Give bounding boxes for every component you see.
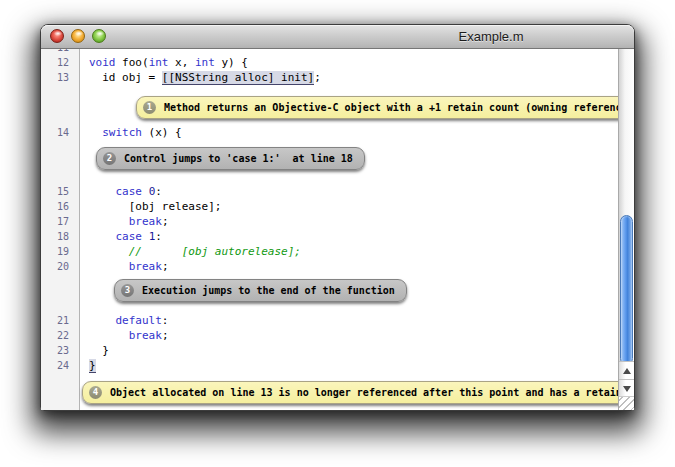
code-line: 19 // [obj autorelease]; — [41, 244, 618, 259]
analyzer-note-row: 3Execution jumps to the end of the funct… — [41, 276, 618, 305]
code-text: break; — [79, 214, 169, 229]
scrollbar-thumb[interactable] — [620, 215, 633, 365]
note-text: Method returns an Objective-C object wit… — [164, 102, 618, 114]
line-number: 12 — [41, 55, 79, 70]
analyzer-note-row: 1Method returns an Objective-C object wi… — [41, 93, 618, 122]
line-number: 20 — [41, 259, 79, 274]
zoom-button-icon[interactable] — [92, 29, 106, 43]
line-number: 13 — [41, 70, 79, 85]
line-number: 18 — [41, 229, 79, 244]
code-line: 24} — [41, 358, 618, 373]
scrollbar-buttons — [619, 361, 634, 397]
analyzer-note[interactable]: 2Control jumps to 'case 1:' at line 18 — [96, 147, 365, 170]
code-text: [obj release]; — [79, 199, 221, 214]
vertical-scrollbar[interactable] — [618, 49, 634, 410]
code-line: 12void foo(int x, int y) { — [41, 55, 618, 70]
scroll-down-button[interactable] — [619, 379, 634, 397]
code-text: // [obj autorelease]; — [79, 244, 301, 259]
titlebar[interactable]: Example.m — [41, 25, 634, 49]
line-number: 15 — [41, 184, 79, 199]
code-text: case 1: — [79, 229, 162, 244]
resize-grip[interactable] — [619, 396, 634, 410]
code-text: case 0: — [79, 184, 162, 199]
window-controls — [50, 29, 106, 43]
code-text: } — [79, 358, 96, 373]
analyzer-note-row: 4Object allocated on line 13 is no longe… — [41, 378, 618, 407]
code-text: break; — [79, 328, 169, 343]
note-badge: 2 — [103, 152, 116, 165]
code-text: void foo(int x, int y) { — [79, 55, 248, 70]
line-number: 21 — [41, 313, 79, 328]
close-button-icon[interactable] — [50, 29, 64, 43]
code-line: 21 default: — [41, 313, 618, 328]
code-line: 13 id obj = [[NSString alloc] init]; — [41, 70, 618, 85]
code-text: default: — [79, 313, 168, 328]
scroll-up-button[interactable] — [619, 361, 634, 379]
line-number: 16 — [41, 199, 79, 214]
code-editor[interactable]: 1112void foo(int x, int y) {13 id obj = … — [41, 49, 618, 410]
code-line: 22 break; — [41, 328, 618, 343]
code-line: 16 [obj release]; — [41, 199, 618, 214]
code-line: 15 case 0: — [41, 184, 618, 199]
minimize-button-icon[interactable] — [71, 29, 85, 43]
analyzer-note-row: 2Control jumps to 'case 1:' at line 18 — [41, 144, 618, 173]
line-number: 22 — [41, 328, 79, 343]
analyzer-note[interactable]: 4Object allocated on line 13 is no longe… — [82, 381, 618, 404]
analyzer-note[interactable]: 1Method returns an Objective-C object wi… — [136, 96, 618, 119]
window-content: 1112void foo(int x, int y) {13 id obj = … — [41, 49, 634, 410]
window-title: Example.m — [426, 25, 556, 48]
arrow-down-icon — [623, 386, 631, 392]
note-text: Control jumps to 'case 1:' at line 18 — [124, 153, 353, 165]
line-number: 17 — [41, 214, 79, 229]
code-text: switch (x) { — [79, 125, 182, 140]
code-line: 18 case 1: — [41, 229, 618, 244]
note-text: Execution jumps to the end of the functi… — [142, 285, 395, 297]
window: Example.m 1112void foo(int x, int y) {13… — [40, 24, 635, 411]
code-line: 23 } — [41, 343, 618, 358]
note-badge: 1 — [143, 101, 156, 114]
code-line: 14 switch (x) { — [41, 125, 618, 140]
code-text: } — [79, 343, 109, 358]
arrow-up-icon — [623, 368, 631, 374]
line-number: 14 — [41, 125, 79, 140]
page-background: { "window": { "title": "Example.m" }, "c… — [0, 0, 675, 467]
note-badge: 3 — [121, 284, 134, 297]
line-number: 24 — [41, 358, 79, 373]
note-text: Object allocated on line 13 is no longer… — [110, 387, 618, 399]
code-line: 17 break; — [41, 214, 618, 229]
analyzer-note[interactable]: 3Execution jumps to the end of the funct… — [114, 279, 407, 302]
code-line: 20 break; — [41, 259, 618, 274]
code-text: id obj = [[NSString alloc] init]; — [79, 70, 321, 85]
note-badge: 4 — [89, 386, 102, 399]
line-number: 23 — [41, 343, 79, 358]
line-number: 19 — [41, 244, 79, 259]
code-text: break; — [79, 259, 169, 274]
